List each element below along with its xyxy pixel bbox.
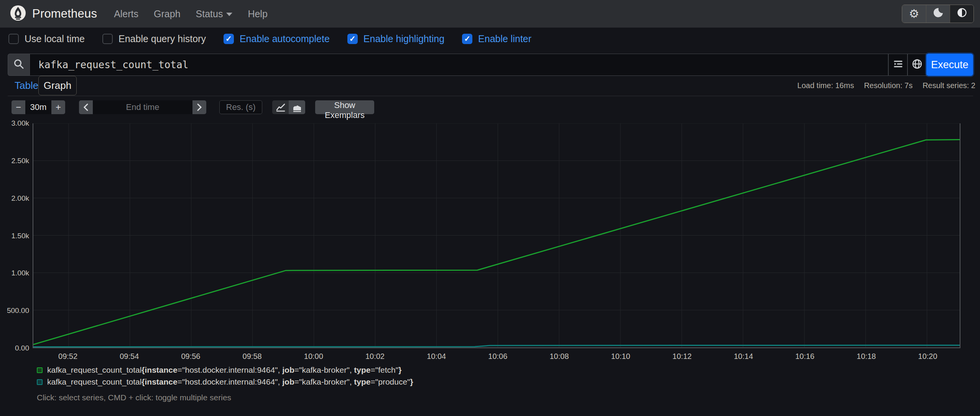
nav-link-status[interactable]: Status	[196, 8, 233, 20]
brand[interactable]: Prometheus	[10, 5, 97, 23]
x-tick-label: 10:08	[549, 352, 569, 361]
line-chart-button[interactable]	[272, 100, 289, 114]
nav-link-label: Graph	[154, 8, 180, 20]
chart-plot-area[interactable]	[33, 123, 960, 348]
check-icon: ✓	[464, 35, 470, 43]
tab-table[interactable]: Table	[15, 80, 38, 92]
x-tick-label: 10:10	[611, 352, 630, 361]
navbar: Prometheus AlertsGraphStatusHelp ⚙	[0, 0, 980, 28]
moon-theme-button[interactable]	[926, 5, 950, 23]
metrics-explorer-icon	[892, 58, 904, 71]
gear-theme-button[interactable]: ⚙	[902, 5, 926, 23]
execute-button[interactable]: Execute	[926, 54, 973, 76]
line-chart-icon	[276, 102, 286, 112]
range-input[interactable]	[25, 100, 51, 114]
y-axis: 0.00500.001.00k1.50k2.00k2.50k3.00k	[0, 123, 29, 348]
search-icon	[13, 59, 24, 71]
range-stepper: − +	[12, 100, 65, 114]
query-input[interactable]	[30, 54, 888, 76]
chevron-right-icon	[196, 103, 203, 111]
series-line	[33, 140, 960, 345]
legend-label: kafka_request_count_total{instance="host…	[47, 377, 413, 387]
legend-swatch	[37, 379, 43, 385]
nav-link-help[interactable]: Help	[248, 8, 267, 20]
graph-controls: − + Show Exemplars	[12, 100, 374, 114]
chart-canvas	[33, 123, 960, 347]
check-icon: ✓	[225, 35, 232, 43]
x-tick-label: 10:16	[795, 352, 814, 361]
legend-item[interactable]: kafka_request_count_total{instance="host…	[37, 365, 413, 375]
nav-link-alerts[interactable]: Alerts	[114, 8, 138, 20]
result-tabs-row: Table Graph Load time: 16msResolution: 7…	[0, 76, 980, 96]
chart-legend: kafka_request_count_total{instance="host…	[37, 365, 413, 387]
nav-link-label: Alerts	[114, 8, 138, 20]
checkbox-enable-query-history[interactable]: Enable query history	[102, 33, 206, 44]
x-tick-label: 10:04	[427, 352, 446, 361]
checkbox-label: Enable query history	[118, 33, 206, 44]
x-tick-label: 10:20	[918, 352, 937, 361]
nav-link-label: Help	[248, 8, 267, 20]
metrics-explorer-button[interactable]	[888, 54, 908, 76]
x-tick-label: 10:02	[365, 352, 385, 361]
stacked-chart-button[interactable]	[289, 100, 305, 114]
x-tick-label: 10:14	[734, 352, 753, 361]
nav-link-label: Status	[196, 8, 223, 20]
stacked-chart-icon	[292, 102, 302, 112]
moon-icon	[933, 7, 944, 21]
stat-item: Resolution: 7s	[864, 81, 913, 90]
legend-item[interactable]: kafka_request_count_total{instance="host…	[37, 377, 413, 387]
series-line	[33, 345, 960, 347]
x-tick-label: 09:56	[181, 352, 200, 361]
search-addon	[8, 54, 30, 76]
range-decrease-button[interactable]: −	[12, 100, 25, 114]
checkbox-box[interactable]: ✓	[224, 34, 234, 44]
x-tick-label: 10:00	[304, 352, 323, 361]
checkbox-label: Use local time	[25, 33, 85, 44]
y-tick-label: 1.50k	[12, 232, 29, 240]
globe-icon	[911, 58, 923, 71]
x-tick-label: 09:52	[58, 352, 77, 361]
globe-button[interactable]	[908, 54, 927, 76]
end-time-input[interactable]	[93, 100, 192, 114]
checkbox-enable-linter[interactable]: ✓Enable linter	[462, 33, 531, 44]
legend-hint: Click: select series, CMD + click: toggl…	[37, 393, 231, 402]
x-tick-label: 10:18	[857, 352, 876, 361]
theme-toggle-group: ⚙	[902, 5, 974, 23]
end-time-stepper	[79, 100, 206, 114]
chart-type-toggle	[272, 100, 305, 114]
checkbox-use-local-time[interactable]: Use local time	[8, 33, 85, 44]
y-tick-label: 1.00k	[12, 269, 29, 277]
checkbox-box[interactable]	[8, 34, 19, 44]
x-tick-label: 10:06	[488, 352, 507, 361]
query-stats: Load time: 16msResolution: 7sResult seri…	[797, 81, 975, 90]
checkbox-box[interactable]: ✓	[347, 34, 358, 44]
y-tick-label: 0.00	[15, 344, 29, 352]
legend-swatch	[37, 367, 43, 373]
checkbox-enable-autocomplete[interactable]: ✓Enable autocomplete	[224, 33, 330, 44]
nav-links: AlertsGraphStatusHelp	[114, 8, 268, 20]
nav-link-graph[interactable]: Graph	[154, 8, 180, 20]
time-back-button[interactable]	[79, 100, 93, 114]
x-tick-label: 09:54	[120, 352, 139, 361]
chevron-left-icon	[82, 103, 89, 111]
y-tick-label: 500.00	[7, 306, 29, 315]
show-exemplars-button[interactable]: Show Exemplars	[315, 100, 374, 114]
checkbox-box[interactable]: ✓	[462, 34, 472, 44]
half-circle-theme-button[interactable]	[950, 5, 973, 23]
time-forward-button[interactable]	[192, 100, 206, 114]
y-tick-label: 2.00k	[12, 194, 29, 203]
tab-graph[interactable]: Graph	[38, 76, 77, 95]
prometheus-logo-icon	[10, 5, 26, 23]
panel-divider	[8, 96, 973, 96]
spacer	[305, 100, 315, 114]
spacer	[65, 100, 79, 114]
checkbox-enable-highlighting[interactable]: ✓Enable highlighting	[347, 33, 444, 44]
stat-item: Load time: 16ms	[797, 81, 854, 90]
range-increase-button[interactable]: +	[51, 100, 65, 114]
y-tick-label: 2.50k	[12, 157, 29, 165]
query-options-row: Use local timeEnable query history✓Enabl…	[8, 28, 531, 50]
checkbox-box[interactable]	[102, 34, 113, 44]
check-icon: ✓	[349, 35, 356, 43]
resolution-input[interactable]	[219, 100, 262, 114]
stat-item: Result series: 2	[922, 81, 975, 90]
